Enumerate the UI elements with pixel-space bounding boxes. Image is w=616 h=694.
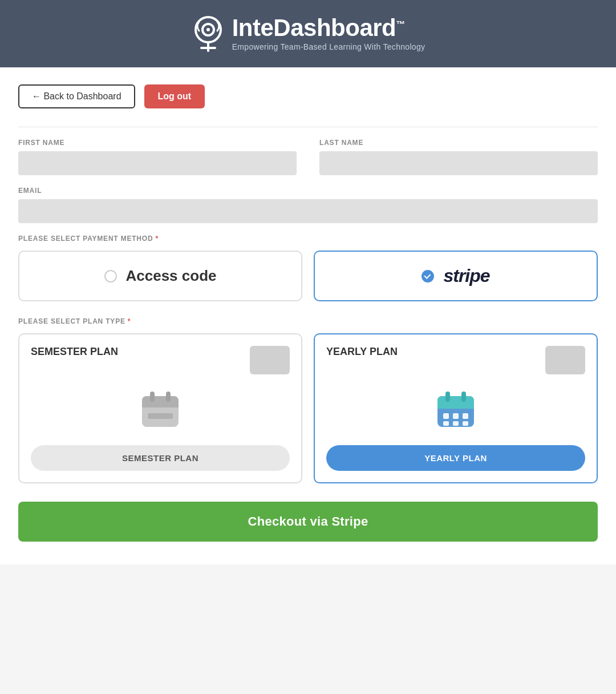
divider-top	[18, 127, 598, 127]
logout-button[interactable]: Log out	[144, 84, 205, 108]
yearly-icon-area	[326, 386, 585, 431]
svg-rect-14	[445, 392, 450, 402]
semester-plan-button[interactable]: SEMESTER PLAN	[31, 445, 290, 471]
payment-option-stripe[interactable]: stripe	[314, 251, 598, 301]
svg-point-2	[206, 28, 210, 31]
semester-calendar-icon	[137, 386, 183, 431]
semester-plan-header: SEMESTER PLAN	[31, 346, 290, 374]
name-row: FIRST NAME LAST NAME	[18, 139, 598, 175]
email-group: EMAIL	[18, 187, 598, 223]
yearly-calendar-icon	[433, 386, 479, 431]
yearly-plan-button[interactable]: YEARLY PLAN	[326, 445, 585, 471]
logo-icon	[191, 14, 225, 54]
last-name-label: LAST NAME	[319, 139, 598, 147]
logo-subtitle: Empowering Team-Based Learning With Tech…	[232, 42, 425, 51]
email-row: EMAIL	[18, 187, 598, 223]
logo-title: InteDashboard™	[232, 16, 405, 40]
svg-rect-17	[453, 413, 459, 419]
svg-rect-18	[463, 413, 468, 419]
semester-icon-area	[31, 386, 290, 431]
radio-access-code	[104, 270, 117, 283]
plan-option-semester[interactable]: SEMESTER PLAN SEMESTER PLAN	[18, 333, 302, 483]
checkout-button[interactable]: Checkout via Stripe	[18, 502, 598, 542]
last-name-input[interactable]	[319, 151, 598, 175]
svg-rect-15	[461, 392, 466, 402]
yearly-plan-header: YEARLY PLAN	[326, 346, 585, 374]
svg-rect-21	[463, 421, 468, 426]
app-header: InteDashboard™ Empowering Team-Based Lea…	[0, 0, 616, 67]
svg-rect-10	[148, 413, 173, 419]
email-label: EMAIL	[18, 187, 598, 195]
plan-options-row: SEMESTER PLAN SEMESTER PLAN YEARLY PLAN	[18, 333, 598, 483]
svg-rect-8	[150, 392, 155, 402]
plan-option-yearly[interactable]: YEARLY PLAN	[314, 333, 598, 483]
semester-price-box	[250, 346, 290, 374]
nav-row: ← Back to Dashboard Log out	[18, 84, 598, 108]
logo-text: InteDashboard™ Empowering Team-Based Lea…	[232, 16, 425, 51]
svg-rect-16	[443, 413, 449, 419]
main-content: ← Back to Dashboard Log out FIRST NAME L…	[0, 67, 616, 564]
stripe-logo-label: stripe	[443, 265, 489, 287]
payment-section-label: PLEASE SELECT PAYMENT METHOD*	[18, 235, 598, 243]
radio-stripe-checked	[422, 270, 434, 283]
payment-options-row: Access code stripe	[18, 251, 598, 301]
svg-rect-7	[142, 401, 179, 407]
payment-option-access-code[interactable]: Access code	[18, 251, 302, 301]
access-code-label: Access code	[126, 267, 217, 285]
svg-rect-13	[437, 402, 474, 409]
logo-container: InteDashboard™ Empowering Team-Based Lea…	[191, 14, 425, 54]
first-name-label: FIRST NAME	[18, 139, 297, 147]
semester-plan-title: SEMESTER PLAN	[31, 346, 118, 358]
email-input[interactable]	[18, 199, 598, 223]
yearly-plan-title: YEARLY PLAN	[326, 346, 398, 358]
first-name-input[interactable]	[18, 151, 297, 175]
yearly-price-box	[545, 346, 585, 374]
svg-rect-9	[166, 392, 171, 402]
svg-rect-20	[453, 421, 459, 426]
last-name-group: LAST NAME	[319, 139, 598, 175]
plan-required-star: *	[128, 317, 131, 325]
first-name-group: FIRST NAME	[18, 139, 297, 175]
payment-required-star: *	[155, 235, 158, 243]
plan-section-label: PLEASE SELECT PLAN TYPE*	[18, 317, 598, 325]
svg-rect-19	[443, 421, 449, 426]
back-to-dashboard-button[interactable]: ← Back to Dashboard	[18, 84, 135, 108]
